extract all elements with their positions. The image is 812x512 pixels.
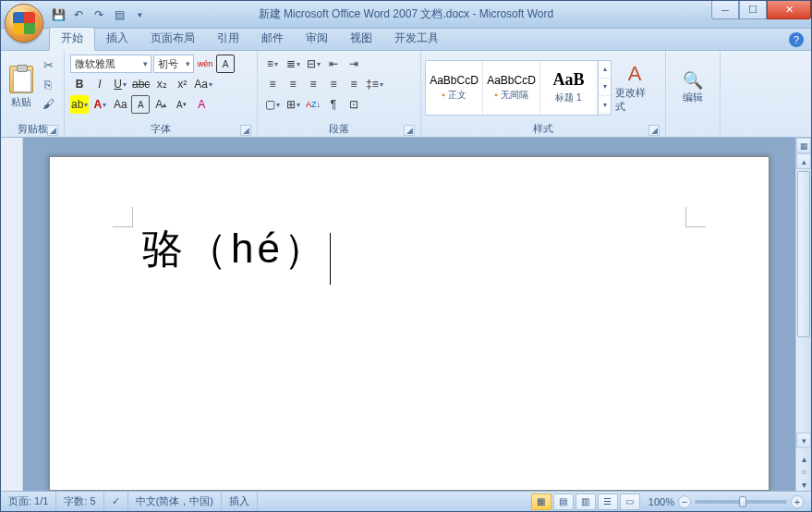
tab-references[interactable]: 引用 bbox=[206, 28, 250, 50]
style-item-heading1[interactable]: AaB 标题 1 bbox=[540, 61, 598, 115]
status-spellcheck[interactable]: ✓ bbox=[104, 492, 128, 511]
change-case-button[interactable]: Aa bbox=[193, 75, 213, 93]
format-painter-button[interactable]: 🖌 bbox=[40, 95, 56, 112]
show-marks-button[interactable]: ¶ bbox=[324, 95, 343, 114]
view-draft[interactable]: ▭ bbox=[620, 494, 640, 510]
tab-page-layout[interactable]: 页面布局 bbox=[139, 28, 206, 50]
clipboard-launcher[interactable]: ◢ bbox=[47, 125, 58, 136]
status-insert-mode[interactable]: 插入 bbox=[222, 492, 258, 511]
strikethrough-button[interactable]: abc bbox=[131, 75, 151, 93]
tab-home[interactable]: 开始 bbox=[49, 27, 95, 51]
increase-indent-button[interactable]: ⇥ bbox=[345, 55, 363, 73]
superscript-button[interactable]: x² bbox=[173, 75, 191, 93]
find-icon[interactable]: 🔍 bbox=[683, 70, 703, 91]
status-language[interactable]: 中文(简体，中国) bbox=[128, 492, 222, 511]
distributed-button[interactable]: ≡ bbox=[345, 75, 363, 93]
font-name-combo[interactable]: 微软雅黑 bbox=[70, 55, 151, 73]
highlight-button[interactable]: ab bbox=[70, 95, 89, 114]
align-right-button[interactable]: ≡ bbox=[304, 75, 322, 93]
pinyin-guide-button[interactable]: wén bbox=[196, 55, 214, 73]
document-text[interactable]: 骆（hé） bbox=[142, 226, 328, 271]
zoom-slider-thumb[interactable] bbox=[739, 496, 746, 507]
qat-dropdown[interactable]: ▾ bbox=[130, 6, 149, 24]
style-preview: AaBbCcD bbox=[487, 74, 536, 87]
numbering-button[interactable]: ≣ bbox=[284, 55, 302, 73]
styles-launcher[interactable]: ◢ bbox=[648, 125, 660, 136]
group-paragraph: ≡ ≣ ⊟ ⇤ ⇥ ≡ ≡ ≡ ≡ ≡ ‡≡ ▢ ⊞ AZ↓ ¶ ⊡ bbox=[258, 51, 421, 137]
scroll-down-button[interactable]: ▾ bbox=[796, 433, 811, 448]
italic-button[interactable]: I bbox=[91, 75, 109, 93]
minimize-button[interactable]: ─ bbox=[711, 1, 739, 19]
zoom-level[interactable]: 100% bbox=[648, 496, 674, 507]
multilevel-list-button[interactable]: ⊟ bbox=[304, 55, 322, 73]
copy-button[interactable]: ⎘ bbox=[40, 76, 56, 92]
cut-button[interactable]: ✂ bbox=[40, 56, 56, 73]
view-web-layout[interactable]: ▥ bbox=[576, 494, 596, 510]
style-item-normal[interactable]: AaBbCcD 正文 bbox=[426, 61, 483, 115]
next-page-button[interactable]: ▾ bbox=[796, 478, 811, 491]
ruler-toggle[interactable]: ▦ bbox=[796, 138, 811, 153]
tab-review[interactable]: 审阅 bbox=[295, 28, 339, 50]
snap-to-grid-button[interactable]: ⊡ bbox=[345, 95, 363, 114]
enclose-characters-button[interactable]: A bbox=[216, 55, 235, 73]
scroll-track[interactable] bbox=[796, 169, 811, 433]
status-word-count[interactable]: 字数: 5 bbox=[56, 492, 103, 511]
office-button[interactable] bbox=[5, 4, 43, 43]
tab-developer[interactable]: 开发工具 bbox=[383, 28, 450, 50]
prev-page-button[interactable]: ▴ bbox=[796, 452, 811, 465]
align-center-button[interactable]: ≡ bbox=[284, 75, 302, 93]
close-button[interactable]: ✕ bbox=[767, 1, 811, 19]
browse-object-button[interactable]: ○ bbox=[796, 465, 811, 478]
change-styles-button[interactable]: A 更改样式 bbox=[615, 62, 654, 114]
style-item-nospacing[interactable]: AaBbCcD 无间隔 bbox=[483, 61, 540, 115]
zoom-out-button[interactable]: − bbox=[678, 495, 691, 508]
justify-button[interactable]: ≡ bbox=[324, 75, 343, 93]
paste-button[interactable]: 粘贴 bbox=[5, 53, 38, 122]
maximize-button[interactable]: ☐ bbox=[739, 1, 767, 19]
vertical-scrollbar[interactable]: ▦ ▴ ▾ ▴ ○ ▾ bbox=[795, 138, 811, 491]
scroll-up-button[interactable]: ▴ bbox=[796, 153, 811, 169]
shading-button[interactable]: ▢ bbox=[263, 95, 282, 114]
undo-button[interactable]: ↶ bbox=[69, 6, 88, 24]
view-outline[interactable]: ☰ bbox=[598, 494, 618, 510]
bold-button[interactable]: B bbox=[70, 75, 89, 93]
line-spacing-button[interactable]: ‡≡ bbox=[365, 75, 384, 93]
sort-button[interactable]: AZ↓ bbox=[304, 95, 322, 114]
underline-button[interactable]: U bbox=[111, 75, 129, 93]
page-viewport[interactable]: 骆（hé） bbox=[23, 138, 795, 491]
view-full-screen[interactable]: ▤ bbox=[553, 494, 574, 510]
clear-formatting-button[interactable]: A bbox=[192, 95, 211, 114]
decrease-indent-button[interactable]: ⇤ bbox=[324, 55, 343, 73]
borders-button[interactable]: ⊞ bbox=[284, 95, 302, 114]
bullets-button[interactable]: ≡ bbox=[263, 55, 282, 73]
gallery-down[interactable]: ▾ bbox=[599, 79, 611, 96]
character-border-button[interactable]: A bbox=[131, 95, 150, 114]
zoom-slider[interactable] bbox=[695, 500, 787, 504]
vertical-ruler[interactable] bbox=[1, 138, 23, 491]
zoom-in-button[interactable]: + bbox=[791, 495, 804, 508]
margin-marker-tr bbox=[685, 207, 706, 227]
shrink-font-button[interactable]: A▾ bbox=[172, 95, 190, 114]
grow-font-button[interactable]: A▴ bbox=[151, 95, 170, 114]
font-size-combo[interactable]: 初号 bbox=[153, 55, 194, 73]
tab-insert[interactable]: 插入 bbox=[95, 28, 139, 50]
gallery-up[interactable]: ▴ bbox=[599, 61, 611, 79]
tab-view[interactable]: 视图 bbox=[339, 28, 383, 50]
page[interactable]: 骆（hé） bbox=[49, 156, 770, 491]
status-page[interactable]: 页面: 1/1 bbox=[1, 492, 56, 511]
help-button[interactable]: ? bbox=[789, 32, 804, 47]
character-shading-button[interactable]: Aa bbox=[111, 95, 129, 114]
save-button[interactable]: 💾 bbox=[49, 6, 67, 24]
gallery-more[interactable]: ▾ bbox=[599, 96, 611, 114]
paste-label: 粘贴 bbox=[11, 95, 31, 109]
scroll-thumb[interactable] bbox=[797, 171, 810, 337]
new-button[interactable]: ▤ bbox=[110, 6, 128, 24]
paragraph-launcher[interactable]: ◢ bbox=[404, 125, 415, 136]
view-print-layout[interactable]: ▦ bbox=[531, 494, 551, 510]
subscript-button[interactable]: x₂ bbox=[152, 75, 171, 93]
tab-mailings[interactable]: 邮件 bbox=[250, 28, 295, 50]
redo-button[interactable]: ↷ bbox=[90, 6, 108, 24]
font-launcher[interactable]: ◢ bbox=[240, 125, 251, 136]
align-left-button[interactable]: ≡ bbox=[263, 75, 282, 93]
font-color-button[interactable]: A bbox=[91, 95, 109, 114]
